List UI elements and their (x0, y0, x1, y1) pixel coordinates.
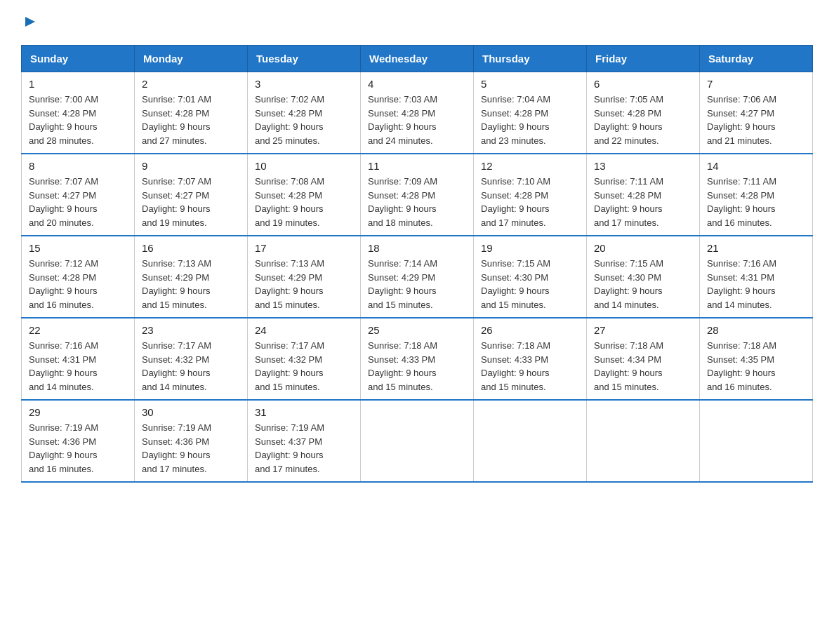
calendar-week-row: 15 Sunrise: 7:12 AM Sunset: 4:28 PM Dayl… (22, 236, 813, 318)
header-saturday: Saturday (700, 46, 813, 72)
day-number: 12 (481, 160, 579, 172)
calendar-cell: 21 Sunrise: 7:16 AM Sunset: 4:31 PM Dayl… (700, 236, 813, 318)
day-info: Sunrise: 7:10 AM Sunset: 4:28 PM Dayligh… (481, 175, 579, 229)
calendar-cell: 9 Sunrise: 7:07 AM Sunset: 4:27 PM Dayli… (135, 154, 248, 236)
day-info: Sunrise: 7:11 AM Sunset: 4:28 PM Dayligh… (707, 175, 805, 229)
day-number: 9 (142, 160, 240, 172)
calendar-cell: 25 Sunrise: 7:18 AM Sunset: 4:33 PM Dayl… (361, 318, 474, 400)
day-number: 25 (368, 324, 466, 336)
day-info: Sunrise: 7:14 AM Sunset: 4:29 PM Dayligh… (368, 257, 466, 311)
day-info: Sunrise: 7:16 AM Sunset: 4:31 PM Dayligh… (707, 257, 805, 311)
calendar-week-row: 29 Sunrise: 7:19 AM Sunset: 4:36 PM Dayl… (22, 400, 813, 482)
day-info: Sunrise: 7:07 AM Sunset: 4:27 PM Dayligh… (142, 175, 240, 229)
calendar-cell (474, 400, 587, 482)
calendar-cell: 26 Sunrise: 7:18 AM Sunset: 4:33 PM Dayl… (474, 318, 587, 400)
header-tuesday: Tuesday (248, 46, 361, 72)
calendar-cell: 12 Sunrise: 7:10 AM Sunset: 4:28 PM Dayl… (474, 154, 587, 236)
day-info: Sunrise: 7:08 AM Sunset: 4:28 PM Dayligh… (255, 175, 353, 229)
day-number: 18 (368, 242, 466, 254)
day-number: 20 (594, 242, 692, 254)
calendar-cell: 30 Sunrise: 7:19 AM Sunset: 4:36 PM Dayl… (135, 400, 248, 482)
day-info: Sunrise: 7:15 AM Sunset: 4:30 PM Dayligh… (481, 257, 579, 311)
calendar-cell: 2 Sunrise: 7:01 AM Sunset: 4:28 PM Dayli… (135, 72, 248, 154)
calendar-cell: 6 Sunrise: 7:05 AM Sunset: 4:28 PM Dayli… (587, 72, 700, 154)
day-number: 10 (255, 160, 353, 172)
day-number: 5 (481, 78, 579, 90)
day-number: 26 (481, 324, 579, 336)
calendar-cell (700, 400, 813, 482)
calendar-header-row: SundayMondayTuesdayWednesdayThursdayFrid… (22, 46, 813, 72)
day-info: Sunrise: 7:15 AM Sunset: 4:30 PM Dayligh… (594, 257, 692, 311)
calendar-cell: 10 Sunrise: 7:08 AM Sunset: 4:28 PM Dayl… (248, 154, 361, 236)
day-number: 27 (594, 324, 692, 336)
day-info: Sunrise: 7:18 AM Sunset: 4:35 PM Dayligh… (707, 339, 805, 394)
day-number: 6 (594, 78, 692, 90)
calendar-cell: 16 Sunrise: 7:13 AM Sunset: 4:29 PM Dayl… (135, 236, 248, 318)
calendar-week-row: 1 Sunrise: 7:00 AM Sunset: 4:28 PM Dayli… (22, 72, 813, 154)
day-info: Sunrise: 7:19 AM Sunset: 4:37 PM Dayligh… (255, 421, 353, 476)
day-info: Sunrise: 7:18 AM Sunset: 4:33 PM Dayligh… (481, 339, 579, 394)
calendar-table: SundayMondayTuesdayWednesdayThursdayFrid… (21, 45, 813, 483)
calendar-cell (587, 400, 700, 482)
day-number: 17 (255, 242, 353, 254)
calendar-week-row: 22 Sunrise: 7:16 AM Sunset: 4:31 PM Dayl… (22, 318, 813, 400)
day-number: 3 (255, 78, 353, 90)
logo-arrow-icon (22, 14, 38, 32)
day-number: 8 (29, 160, 127, 172)
day-info: Sunrise: 7:17 AM Sunset: 4:32 PM Dayligh… (142, 339, 240, 394)
calendar-cell: 5 Sunrise: 7:04 AM Sunset: 4:28 PM Dayli… (474, 72, 587, 154)
calendar-cell: 11 Sunrise: 7:09 AM Sunset: 4:28 PM Dayl… (361, 154, 474, 236)
day-number: 29 (29, 406, 127, 418)
calendar-cell: 14 Sunrise: 7:11 AM Sunset: 4:28 PM Dayl… (700, 154, 813, 236)
day-number: 24 (255, 324, 353, 336)
header-thursday: Thursday (474, 46, 587, 72)
day-info: Sunrise: 7:04 AM Sunset: 4:28 PM Dayligh… (481, 93, 579, 147)
calendar-cell: 18 Sunrise: 7:14 AM Sunset: 4:29 PM Dayl… (361, 236, 474, 318)
header-sunday: Sunday (22, 46, 135, 72)
calendar-cell: 13 Sunrise: 7:11 AM Sunset: 4:28 PM Dayl… (587, 154, 700, 236)
day-number: 1 (29, 78, 127, 90)
day-info: Sunrise: 7:07 AM Sunset: 4:27 PM Dayligh… (29, 175, 127, 229)
day-number: 23 (142, 324, 240, 336)
day-number: 31 (255, 406, 353, 418)
day-number: 11 (368, 160, 466, 172)
calendar-cell: 24 Sunrise: 7:17 AM Sunset: 4:32 PM Dayl… (248, 318, 361, 400)
day-number: 7 (707, 78, 805, 90)
day-info: Sunrise: 7:16 AM Sunset: 4:31 PM Dayligh… (29, 339, 127, 394)
calendar-cell (361, 400, 474, 482)
calendar-cell: 22 Sunrise: 7:16 AM Sunset: 4:31 PM Dayl… (22, 318, 135, 400)
day-info: Sunrise: 7:19 AM Sunset: 4:36 PM Dayligh… (29, 421, 127, 476)
day-number: 30 (142, 406, 240, 418)
calendar-cell: 8 Sunrise: 7:07 AM Sunset: 4:27 PM Dayli… (22, 154, 135, 236)
calendar-cell: 20 Sunrise: 7:15 AM Sunset: 4:30 PM Dayl… (587, 236, 700, 318)
header-friday: Friday (587, 46, 700, 72)
day-info: Sunrise: 7:06 AM Sunset: 4:27 PM Dayligh… (707, 93, 805, 147)
day-number: 16 (142, 242, 240, 254)
logo (21, 14, 38, 32)
calendar-cell: 28 Sunrise: 7:18 AM Sunset: 4:35 PM Dayl… (700, 318, 813, 400)
calendar-week-row: 8 Sunrise: 7:07 AM Sunset: 4:27 PM Dayli… (22, 154, 813, 236)
calendar-cell: 4 Sunrise: 7:03 AM Sunset: 4:28 PM Dayli… (361, 72, 474, 154)
day-info: Sunrise: 7:13 AM Sunset: 4:29 PM Dayligh… (142, 257, 240, 311)
day-info: Sunrise: 7:13 AM Sunset: 4:29 PM Dayligh… (255, 257, 353, 311)
day-info: Sunrise: 7:03 AM Sunset: 4:28 PM Dayligh… (368, 93, 466, 147)
day-info: Sunrise: 7:18 AM Sunset: 4:33 PM Dayligh… (368, 339, 466, 394)
day-number: 21 (707, 242, 805, 254)
day-number: 22 (29, 324, 127, 336)
day-info: Sunrise: 7:01 AM Sunset: 4:28 PM Dayligh… (142, 93, 240, 147)
calendar-cell: 19 Sunrise: 7:15 AM Sunset: 4:30 PM Dayl… (474, 236, 587, 318)
day-number: 14 (707, 160, 805, 172)
day-number: 4 (368, 78, 466, 90)
calendar-cell: 1 Sunrise: 7:00 AM Sunset: 4:28 PM Dayli… (22, 72, 135, 154)
day-info: Sunrise: 7:18 AM Sunset: 4:34 PM Dayligh… (594, 339, 692, 394)
day-info: Sunrise: 7:05 AM Sunset: 4:28 PM Dayligh… (594, 93, 692, 147)
calendar-cell: 15 Sunrise: 7:12 AM Sunset: 4:28 PM Dayl… (22, 236, 135, 318)
day-info: Sunrise: 7:17 AM Sunset: 4:32 PM Dayligh… (255, 339, 353, 394)
day-number: 28 (707, 324, 805, 336)
header-wednesday: Wednesday (361, 46, 474, 72)
header-monday: Monday (135, 46, 248, 72)
day-number: 15 (29, 242, 127, 254)
page-header (21, 14, 813, 32)
svg-marker-0 (25, 17, 35, 27)
day-info: Sunrise: 7:19 AM Sunset: 4:36 PM Dayligh… (142, 421, 240, 476)
